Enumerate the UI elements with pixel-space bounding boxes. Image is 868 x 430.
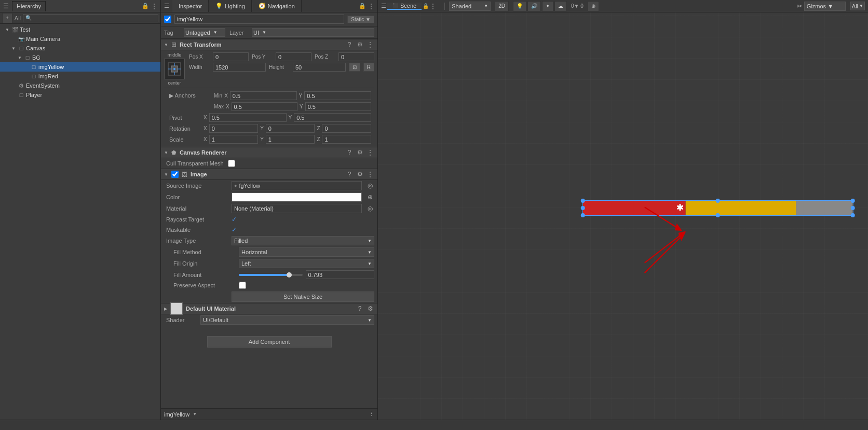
color-picker-icon[interactable]: ⊕ bbox=[366, 193, 374, 201]
canvas-renderer-header[interactable]: ▼ ⬟ Canvas Renderer ? ⚙ ⋮ bbox=[161, 147, 377, 158]
more-icon[interactable]: ⋮ bbox=[366, 148, 374, 157]
effects-toggle[interactable]: ✦ bbox=[542, 1, 553, 11]
help-icon[interactable]: ? bbox=[345, 40, 354, 49]
handle-bm[interactable] bbox=[716, 213, 720, 217]
tree-item-imgyellow[interactable]: ▶ □ imgYellow bbox=[0, 62, 160, 72]
pivot-x-field[interactable] bbox=[209, 113, 287, 122]
help-icon[interactable]: ? bbox=[345, 148, 354, 157]
gizmos-dropdown[interactable]: Gizmos ▼ bbox=[804, 2, 846, 11]
fill-amount-value[interactable] bbox=[306, 270, 375, 279]
tree-item-bg[interactable]: ▼ □ BG bbox=[0, 53, 160, 62]
rot-y-field[interactable] bbox=[266, 124, 315, 133]
more-icon[interactable]: ⋮ bbox=[368, 3, 374, 10]
tree-item-canvas[interactable]: ▼ □ Canvas bbox=[0, 44, 160, 53]
scale-z-field[interactable] bbox=[322, 135, 371, 144]
render-scale[interactable]: ⊕ bbox=[588, 1, 599, 11]
more-icon[interactable]: ⋮ bbox=[430, 3, 436, 10]
hierarchy-more-icon[interactable]: ⋮ bbox=[151, 3, 157, 10]
gear-icon[interactable]: ⚙ bbox=[366, 304, 374, 313]
shading-dropdown[interactable]: Shaded ▼ bbox=[449, 2, 491, 11]
tree-item-imgred[interactable]: ▶ □ imgRed bbox=[0, 72, 160, 81]
all-dropdown[interactable]: All ▼ bbox=[850, 2, 865, 10]
image-type-dropdown[interactable]: Filled ▼ bbox=[232, 236, 374, 245]
constrain-btn[interactable]: ⊡ bbox=[349, 63, 360, 72]
tree-item-main-camera[interactable]: ▶ 📷 Main Camera bbox=[0, 34, 160, 44]
reset-btn[interactable]: R bbox=[363, 63, 374, 72]
object-active-checkbox[interactable] bbox=[164, 16, 171, 23]
shader-dropdown[interactable]: UI/Default ▼ bbox=[200, 315, 374, 325]
scale-x-field[interactable] bbox=[209, 135, 259, 144]
help-icon[interactable]: ? bbox=[356, 304, 364, 313]
tab-inspector[interactable]: Inspector bbox=[172, 0, 209, 12]
min-y-field[interactable] bbox=[304, 91, 371, 100]
posz-field[interactable] bbox=[338, 52, 374, 61]
handle-bl[interactable] bbox=[581, 213, 585, 217]
handle-br[interactable] bbox=[851, 213, 855, 217]
image-enabled-checkbox[interactable] bbox=[171, 171, 179, 178]
rect-transform-header[interactable]: ▼ ⊞ Rect Transform ? ⚙ ⋮ bbox=[161, 39, 377, 50]
color-field[interactable] bbox=[232, 192, 362, 202]
hierarchy-tab[interactable]: Hierarchy bbox=[12, 1, 46, 11]
handle-tr[interactable] bbox=[851, 199, 855, 203]
anchor-preview[interactable] bbox=[164, 59, 185, 79]
layer-dropdown[interactable]: UI ▼ bbox=[252, 28, 374, 37]
image-header[interactable]: ▼ 🖼 Image ? ⚙ ⋮ bbox=[161, 169, 377, 180]
tree-item-eventsystem[interactable]: ▶ ⚙ EventSystem bbox=[0, 81, 160, 90]
settings-icon[interactable]: ⚙ bbox=[356, 148, 364, 157]
scale-y-field[interactable] bbox=[266, 135, 315, 144]
fill-origin-dropdown[interactable]: Left ▼ bbox=[239, 259, 374, 268]
posx-field[interactable] bbox=[213, 52, 249, 61]
height-field[interactable] bbox=[293, 63, 346, 72]
scene-tab[interactable]: ⬛ Scene bbox=[387, 3, 422, 10]
fill-amount-slider[interactable] bbox=[239, 270, 374, 279]
tree-item-player[interactable]: ▶ □ Player bbox=[0, 90, 160, 100]
lighting-toggle[interactable]: 💡 bbox=[513, 1, 526, 11]
object-name-field[interactable] bbox=[174, 15, 344, 24]
hierarchy-add-btn[interactable]: + bbox=[2, 13, 12, 23]
lock-icon[interactable]: 🔒 bbox=[423, 3, 429, 9]
inspector-menu-icon[interactable]: ☰ bbox=[161, 0, 172, 12]
scene-selection[interactable]: ✱ bbox=[582, 200, 853, 216]
2d-button[interactable]: 2D bbox=[495, 1, 509, 11]
help-icon[interactable]: ? bbox=[345, 170, 354, 178]
default-material-header[interactable]: ▶ Default UI Material ? ⚙ bbox=[161, 303, 377, 314]
source-image-picker[interactable]: ◎ bbox=[366, 182, 374, 190]
fill-method-dropdown[interactable]: Horizontal ▼ bbox=[239, 247, 374, 257]
handle-tm[interactable] bbox=[716, 199, 720, 203]
move-tool-icon[interactable]: ✂ bbox=[797, 3, 802, 10]
material-field[interactable]: None (Material) bbox=[232, 204, 362, 213]
handle-ml[interactable] bbox=[581, 206, 585, 210]
settings-icon[interactable]: ⚙ bbox=[356, 40, 364, 49]
tab-lighting[interactable]: 💡 Lighting bbox=[209, 0, 252, 12]
cull-checkbox[interactable] bbox=[228, 160, 235, 167]
set-native-size-btn[interactable]: Set Native Size bbox=[232, 292, 374, 302]
hierarchy-lock-icon[interactable]: 🔒 bbox=[142, 3, 149, 10]
audio-toggle[interactable]: 🔊 bbox=[527, 1, 541, 11]
slider-thumb[interactable] bbox=[287, 272, 292, 278]
pivot-y-field[interactable] bbox=[294, 113, 371, 122]
preserve-aspect-checkbox[interactable] bbox=[239, 282, 246, 289]
more-icon[interactable]: ⋮ bbox=[366, 40, 374, 49]
add-component-btn[interactable]: Add Component bbox=[207, 336, 332, 348]
rot-x-field[interactable] bbox=[209, 124, 259, 133]
settings-icon[interactable]: ⚙ bbox=[356, 170, 364, 178]
slider-track[interactable] bbox=[239, 274, 303, 276]
tree-item-test[interactable]: ▼ 🎬 Test bbox=[0, 25, 160, 34]
material-picker[interactable]: ◎ bbox=[366, 204, 374, 213]
lock-icon[interactable]: 🔒 bbox=[359, 3, 366, 9]
handle-tl[interactable] bbox=[581, 199, 585, 203]
width-field[interactable] bbox=[213, 63, 266, 72]
tab-navigation[interactable]: 🧭 Navigation bbox=[252, 0, 302, 12]
max-y-field[interactable] bbox=[305, 102, 371, 111]
static-dropdown[interactable]: Static ▼ bbox=[347, 16, 374, 23]
source-image-field[interactable]: ● fgYellow bbox=[232, 181, 362, 190]
max-x-field[interactable] bbox=[232, 102, 297, 111]
rot-z-field[interactable] bbox=[322, 124, 371, 133]
scene-menu-icon[interactable]: ☰ bbox=[381, 3, 386, 9]
min-x-field[interactable] bbox=[230, 91, 297, 100]
handle-mr[interactable] bbox=[851, 206, 855, 210]
footer-more-icon[interactable]: ⋮ bbox=[369, 411, 374, 418]
hierarchy-menu-icon[interactable]: ☰ bbox=[3, 3, 9, 10]
posy-field[interactable] bbox=[276, 52, 311, 61]
tag-dropdown[interactable]: Untagged ▼ bbox=[184, 28, 225, 37]
